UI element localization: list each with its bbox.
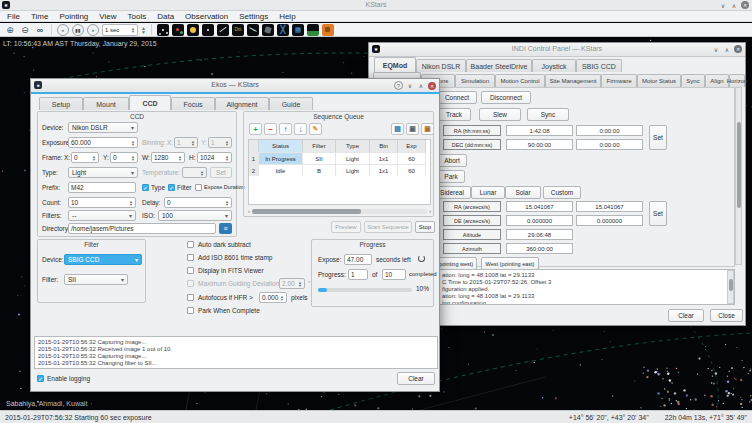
menu-help[interactable]: Help	[279, 12, 295, 21]
tab-motor-status[interactable]: Motor Status	[637, 74, 681, 87]
browse-directory-icon[interactable]: ≡	[219, 223, 232, 234]
move-up-icon[interactable]: ↑	[279, 123, 292, 135]
preview-button[interactable]: Preview	[331, 221, 361, 233]
show-solar-system-icon[interactable]	[187, 24, 199, 36]
delay-input[interactable]: 0▲▼	[164, 197, 232, 208]
show-horizontal-grid-icon[interactable]: ▦	[292, 24, 304, 36]
frame-y-input[interactable]: 0▲▼	[110, 152, 138, 163]
scroll-left-icon[interactable]: ‹	[248, 208, 250, 214]
show-constellation-lines-icon[interactable]	[247, 24, 259, 36]
ra-rate-input[interactable]: 15.041067	[576, 201, 643, 212]
enable-logging-checkbox[interactable]: ✓	[37, 375, 44, 382]
spinner-icon[interactable]: ▲▼	[225, 140, 229, 146]
temperature-set-button[interactable]: Set	[210, 167, 232, 178]
exp-header[interactable]: Exp	[398, 140, 426, 152]
queue-h-scrollbar[interactable]: ‹ ›	[248, 207, 431, 215]
exposure-input[interactable]: 60.000▲▼	[68, 137, 138, 148]
close-icon[interactable]: ✕	[428, 82, 436, 90]
scroll-right-icon[interactable]: ›	[429, 208, 431, 214]
ra-input[interactable]: 0:00:00	[576, 125, 643, 136]
time-step-spinner[interactable]: ▲▼	[131, 27, 135, 33]
menu-observation[interactable]: Observation	[185, 12, 228, 21]
custom-button[interactable]: Custom	[543, 186, 581, 199]
park-checkbox[interactable]	[187, 307, 194, 314]
abort-button[interactable]: Abort	[437, 154, 467, 167]
tab-firmware[interactable]: Firmware	[601, 74, 637, 87]
indi-clear-button[interactable]: Clear	[668, 309, 704, 322]
menu-settings[interactable]: Settings	[239, 12, 268, 21]
fits-viewer-checkbox[interactable]	[187, 267, 194, 274]
menu-view[interactable]: View	[99, 12, 116, 21]
iso-select[interactable]: 100▾	[158, 210, 232, 221]
park-button[interactable]: Park	[437, 170, 465, 183]
move-down-icon[interactable]: ↓	[294, 123, 307, 135]
maximize-icon[interactable]: ∧	[723, 45, 731, 53]
de-rate-input[interactable]: 0.000000	[576, 215, 643, 226]
auto-dark-checkbox[interactable]	[187, 241, 194, 248]
tab-align[interactable]: Align	[705, 74, 729, 87]
iso8601-checkbox[interactable]	[187, 254, 194, 261]
show-constellation-names-icon[interactable]: Dni	[232, 24, 244, 36]
tab-focus[interactable]: Focus	[171, 97, 215, 110]
find-object-icon[interactable]: ∞	[34, 24, 46, 36]
menu-data[interactable]: Data	[157, 12, 174, 21]
spinner-icon[interactable]: ▲▼	[131, 155, 135, 161]
step-backward-icon[interactable]: «	[57, 24, 69, 36]
edit-job-icon[interactable]: ✎	[309, 123, 322, 135]
time-step-input[interactable]: 1 sec ▲▼	[102, 24, 138, 36]
spinner-icon[interactable]: ▲▼	[92, 155, 96, 161]
maximize-icon[interactable]: ∧	[730, 1, 738, 9]
spinner-icon[interactable]: ▲▼	[131, 140, 135, 146]
tab-alignment[interactable]: Alignment	[215, 97, 269, 110]
prefix-type-checkbox[interactable]: ✓	[142, 184, 149, 191]
stop-button[interactable]: Stop	[415, 221, 435, 233]
toggle-clock-icon[interactable]: ▮▮	[72, 24, 84, 36]
close-icon[interactable]: ✕	[741, 1, 749, 9]
tab-sync[interactable]: Sync	[681, 74, 705, 87]
count-input[interactable]: 10▲▼	[68, 197, 136, 208]
temperature-input[interactable]: ▲▼	[182, 167, 207, 178]
tab-site-management[interactable]: Site Management	[545, 74, 601, 87]
dec-input[interactable]: 0:00:00	[576, 139, 643, 150]
indi-log-scrollbar[interactable]	[727, 270, 734, 304]
ekos-titlebar[interactable]: ● Ekos — KStars ? ∨ ∧ ✕	[31, 79, 439, 93]
spinner-icon[interactable]: ▲▼	[129, 200, 133, 206]
open-sequence-icon[interactable]: ▤	[391, 123, 404, 135]
ekos-clear-button[interactable]: Clear	[397, 372, 435, 385]
set-coords-button[interactable]: Set	[649, 125, 667, 150]
help-icon[interactable]: ?	[394, 81, 403, 90]
type-header[interactable]: Type	[336, 140, 370, 152]
spinner-icon[interactable]: ▲▼	[178, 155, 182, 161]
show-opaque-ground-icon[interactable]	[307, 24, 319, 36]
status-header[interactable]: Status	[259, 140, 303, 152]
queue-table[interactable]: Status Filter Type Bin Exp 1 In Progress…	[248, 139, 431, 205]
show-constellation-art-icon[interactable]	[262, 24, 274, 36]
disconnect-button[interactable]: Disconnect	[481, 91, 531, 104]
binning-x-input[interactable]: 1▲▼	[174, 137, 198, 148]
menu-tools[interactable]: Tools	[128, 12, 147, 21]
maximize-icon[interactable]: ∧	[417, 82, 425, 90]
spinner-icon[interactable]: ▲▼	[200, 170, 204, 176]
directory-input[interactable]: /home/jasem/Pictures	[68, 223, 216, 234]
step-forward-icon[interactable]: »	[87, 24, 99, 36]
filter-header[interactable]: Filter	[303, 140, 336, 152]
frame-type-select[interactable]: Light▾	[68, 167, 138, 178]
start-sequence-button[interactable]: Start Sequence	[364, 221, 412, 233]
row-number-header[interactable]	[249, 140, 259, 152]
show-satellites-icon[interactable]	[217, 24, 229, 36]
show-stars-icon[interactable]	[157, 24, 169, 36]
remove-job-icon[interactable]: −	[264, 123, 277, 135]
tab-setup[interactable]: Setup	[39, 97, 83, 110]
frame-w-input[interactable]: 1280▲▼	[151, 152, 185, 163]
filter-device-select[interactable]: SBIG CCD▾	[64, 254, 142, 265]
ekos-log[interactable]: 2015-01-29T10:56:32 Capturing image... 2…	[34, 336, 438, 369]
time-unit-stepper[interactable]: ▲▼	[141, 26, 146, 34]
ccd-device-select[interactable]: Nikon DSLR▾	[68, 122, 138, 133]
lunar-button[interactable]: Lunar	[471, 186, 505, 199]
show-supernovae-icon[interactable]	[202, 24, 214, 36]
tab-eqmod[interactable]: EQMod	[374, 57, 416, 72]
frame-x-input[interactable]: 0▲▼	[71, 152, 99, 163]
show-deep-sky-objects-icon[interactable]	[172, 24, 184, 36]
spinner-icon[interactable]: ▲▼	[280, 295, 284, 301]
frame-h-input[interactable]: 1024▲▼	[197, 152, 232, 163]
